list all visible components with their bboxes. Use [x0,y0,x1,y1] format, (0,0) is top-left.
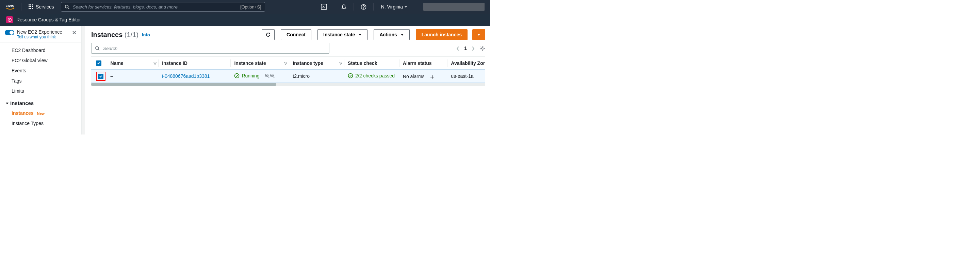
svg-rect-0 [29,5,30,5]
instance-search[interactable] [91,43,329,54]
gear-icon [479,46,485,51]
cell-instance-type: t2.micro [289,70,344,82]
col-alarm-status[interactable]: Alarm status [399,57,448,70]
info-link[interactable]: Info [142,32,150,37]
svg-line-23 [268,76,269,78]
svg-point-18 [95,46,99,50]
nav-tags[interactable]: Tags [0,76,81,86]
global-search-input[interactable] [72,4,237,10]
page-header: Instances (1/1) Info Connect Instance st… [91,29,485,40]
prev-page[interactable] [456,46,460,51]
global-search[interactable]: [Option+S] [61,2,265,11]
table-settings-button[interactable] [479,45,485,51]
aws-smile-icon [5,8,15,11]
col-availability-zone[interactable]: Availability Zone▽ [447,57,485,70]
search-shortcut: [Option+S] [240,5,261,9]
resource-groups-icon [6,16,13,23]
new-experience-title: New EC2 Experience [17,29,62,35]
nav-limits[interactable]: Limits [0,86,81,96]
table-row[interactable]: – i-04880676aad1b3381 Running [91,70,485,82]
main: New EC2 Experience Tell us what you thin… [0,26,490,134]
pagination: 1 [456,46,475,51]
cell-availability-zone: us-east-1a [447,70,485,82]
row-checkbox-highlight [96,72,105,81]
caret-down-icon [404,5,407,8]
svg-rect-3 [29,6,30,7]
services-label: Services [36,4,54,9]
region-selector[interactable]: N. Virginia [379,3,410,11]
aws-top-nav: aws Services [Option+S] N. Virginia [0,0,490,14]
new-experience-toggle[interactable] [5,30,14,35]
horizontal-scrollbar[interactable] [91,83,485,86]
caret-down-icon [5,101,9,105]
svg-rect-8 [32,8,33,9]
nav-instance-types[interactable]: Instance Types [0,118,81,128]
svg-line-27 [273,76,275,78]
feedback-link[interactable]: Tell us what you think [17,35,62,40]
new-badge: New [37,111,45,116]
content-pane: Instances (1/1) Info Connect Instance st… [85,26,490,134]
connect-button[interactable]: Connect [281,29,311,40]
help-button[interactable] [359,2,369,12]
notifications-button[interactable] [339,2,349,12]
nav-instances[interactable]: Instances New [0,108,81,118]
col-instance-state[interactable]: Instance state▽ [231,57,289,70]
page-title: Instances (1/1) [91,31,138,39]
svg-line-10 [68,8,69,9]
instance-search-input[interactable] [102,46,326,51]
aws-logo[interactable]: aws [4,3,16,11]
nav-section-instances[interactable]: Instances [0,96,81,108]
svg-point-17 [9,19,10,20]
instance-state-dropdown[interactable]: Instance state [318,29,368,40]
sidebar-scrollbar[interactable] [81,26,85,134]
svg-rect-2 [32,5,33,5]
account-menu[interactable] [423,3,485,11]
row-checkbox[interactable] [98,74,103,79]
button-label: Instance state [323,32,355,37]
col-instance-id[interactable]: Instance ID [159,57,231,70]
table-header-row: Name▽ Instance ID Instance state▽ Instan… [91,57,485,70]
svg-rect-1 [30,5,31,5]
resource-groups-link[interactable]: Resource Groups & Tag Editor [16,17,81,22]
page-number: 1 [464,46,467,51]
state-filter-icons[interactable] [265,73,275,78]
caret-down-icon [358,33,362,36]
chevron-right-icon [472,46,475,51]
cell-name: – [107,70,159,82]
col-name[interactable]: Name▽ [107,57,159,70]
zoom-out-icon [270,73,275,78]
launch-instances-button[interactable]: Launch instances [416,29,468,40]
region-label: N. Virginia [381,4,403,9]
new-experience-banner: New EC2 Experience Tell us what you thin… [0,26,81,43]
nav-events[interactable]: Events [0,66,81,76]
nav-section-label: Instances [10,100,34,106]
nav-ec2-global-view[interactable]: EC2 Global View [0,55,81,66]
select-all-header[interactable] [91,57,107,70]
pinned-services-bar: Resource Groups & Tag Editor [0,14,490,26]
caret-down-icon [477,33,480,36]
actions-dropdown[interactable]: Actions [374,29,409,40]
select-all-checkbox[interactable] [96,60,102,66]
close-icon[interactable]: ✕ [71,29,77,37]
add-alarm-button[interactable]: ＋ [429,73,435,81]
launch-instances-split[interactable] [472,29,485,40]
instances-table: Name▽ Instance ID Instance state▽ Instan… [91,56,485,134]
cell-instance-state: Running [234,73,259,78]
status-ok-icon [348,73,353,78]
refresh-button[interactable] [262,29,275,40]
col-status-check[interactable]: Status check [344,57,399,70]
chevron-left-icon [456,46,460,51]
refresh-icon [266,32,271,37]
next-page[interactable] [472,46,475,51]
status-ok-icon [234,73,240,78]
search-icon [95,46,100,51]
svg-rect-5 [32,6,33,7]
svg-point-9 [65,5,68,8]
instance-id-link[interactable]: i-04880676aad1b3381 [162,73,210,79]
cell-alarm-status: No alarms [403,74,425,79]
col-instance-type[interactable]: Instance type▽ [289,57,344,70]
nav-ec2-dashboard[interactable]: EC2 Dashboard [0,45,81,55]
cloudshell-button[interactable] [319,2,329,12]
services-menu[interactable]: Services [26,3,56,11]
cell-status-check: 2/2 checks passed [348,73,395,78]
